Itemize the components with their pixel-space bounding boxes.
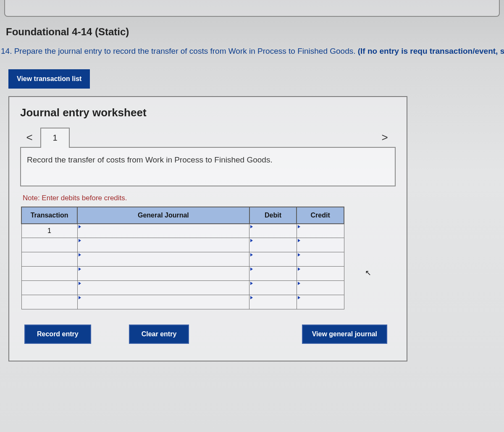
instruction-plain: 14. Prepare the journal entry to record … xyxy=(1,47,358,55)
cell-credit[interactable] xyxy=(297,238,344,252)
cell-general-journal[interactable] xyxy=(77,267,249,281)
record-entry-button[interactable]: Record entry xyxy=(24,325,91,344)
pager-next-icon[interactable]: > xyxy=(375,128,394,148)
cell-credit[interactable] xyxy=(297,252,344,267)
cell-transaction xyxy=(21,295,77,309)
col-header-transaction: Transaction xyxy=(21,207,77,224)
cell-transaction xyxy=(21,267,77,281)
pager-tab-1[interactable]: 1 xyxy=(40,128,70,148)
cell-debit[interactable] xyxy=(249,267,297,281)
cell-credit[interactable] xyxy=(297,224,344,238)
col-header-credit: Credit xyxy=(297,207,344,224)
cell-general-journal[interactable] xyxy=(77,224,249,238)
cell-transaction xyxy=(21,252,77,267)
cell-credit[interactable] xyxy=(297,281,344,295)
cell-general-journal[interactable] xyxy=(77,281,249,295)
table-row xyxy=(21,252,344,267)
cell-debit[interactable] xyxy=(249,252,297,267)
top-empty-panel xyxy=(4,0,500,17)
cell-credit[interactable] xyxy=(297,295,344,309)
cell-transaction xyxy=(21,281,77,295)
worksheet-pager: < 1 > xyxy=(20,128,396,148)
instruction-bold: (If no entry is requ transaction/event, … xyxy=(358,47,504,55)
table-row: 1 xyxy=(21,224,344,238)
worksheet-heading: Journal entry worksheet xyxy=(20,106,396,119)
cell-credit[interactable] xyxy=(297,267,344,281)
cell-general-journal[interactable] xyxy=(77,238,249,252)
table-row xyxy=(21,267,344,281)
instruction-text: 14. Prepare the journal entry to record … xyxy=(1,45,504,58)
cell-debit[interactable] xyxy=(249,224,297,238)
view-general-journal-button[interactable]: View general journal xyxy=(302,325,387,344)
cell-debit[interactable] xyxy=(249,281,297,295)
entry-description: Record the transfer of costs from Work i… xyxy=(20,147,396,186)
table-row xyxy=(21,295,344,309)
cell-general-journal[interactable] xyxy=(77,252,249,267)
col-header-general-journal: General Journal xyxy=(77,207,249,224)
pager-prev-icon[interactable]: < xyxy=(20,128,39,148)
cell-transaction xyxy=(21,238,77,252)
clear-entry-button[interactable]: Clear entry xyxy=(129,325,189,344)
col-header-debit: Debit xyxy=(249,207,297,224)
cursor-icon: ↖ xyxy=(365,268,371,278)
page-title: Foundational 4-14 (Static) xyxy=(6,26,504,38)
table-row xyxy=(21,238,344,252)
journal-table: Transaction General Journal Debit Credit… xyxy=(21,207,344,310)
cell-debit[interactable] xyxy=(249,238,297,252)
table-row xyxy=(21,281,344,295)
cell-transaction: 1 xyxy=(21,224,77,238)
debits-before-credits-note: Note: Enter debits before credits. xyxy=(23,194,396,202)
cell-debit[interactable] xyxy=(249,295,297,309)
journal-worksheet-panel: Journal entry worksheet < 1 > Record the… xyxy=(8,96,407,362)
worksheet-bottom-buttons: Record entry Clear entry View general jo… xyxy=(24,325,396,344)
cell-general-journal[interactable] xyxy=(77,295,249,309)
view-transaction-list-button[interactable]: View transaction list xyxy=(8,69,90,89)
